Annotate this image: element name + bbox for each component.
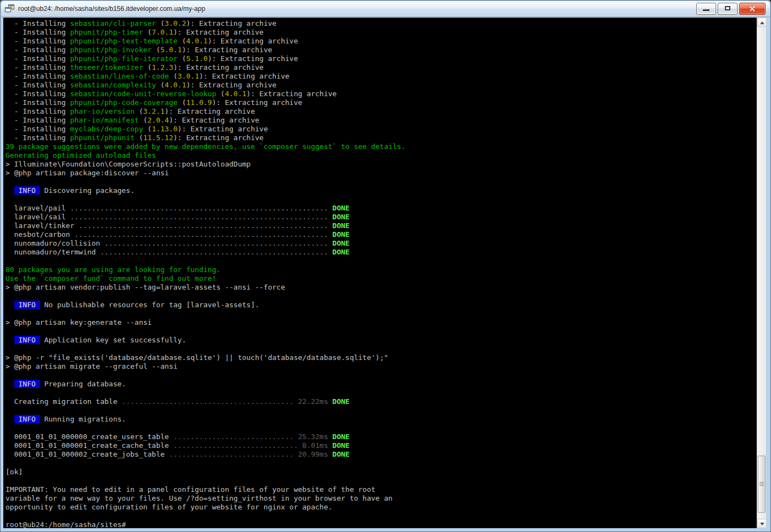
terminal-line: laravel/pail ...........................… — [5, 204, 757, 213]
scroll-up-icon — [760, 21, 764, 24]
terminal-line — [5, 327, 757, 336]
terminal-line: 0001_01_01_000000_create_users_table ...… — [5, 433, 757, 441]
terminal-line: - Installing theseer/tokenizer (1.2.3): … — [5, 63, 757, 72]
terminal-line: nesbot/carbon ..........................… — [5, 230, 757, 239]
terminal-line: - Installing sebastian/complexity (4.0.1… — [5, 81, 757, 90]
terminal-line — [5, 292, 757, 301]
terminal-line: laravel/tinker .........................… — [5, 221, 757, 230]
terminal-line: > @php artisan package:discover --ansi — [5, 169, 757, 178]
terminal-line: - Installing phpunit/phpunit (11.5.12): … — [5, 134, 757, 142]
terminal-line: - Installing phpunit/php-text-template (… — [5, 37, 757, 46]
terminal-line: - Installing phpunit/php-invoker (5.0.1)… — [5, 46, 757, 54]
terminal-line: - Installing phpunit/php-file-iterator (… — [5, 54, 757, 63]
terminal-line: [ok] — [5, 468, 757, 476]
window-title: root@ub24: /home/sasha/sites/b156.itdeve… — [18, 5, 696, 13]
terminal-line — [5, 257, 757, 265]
terminal-line: INFO Running migrations. — [5, 415, 757, 424]
terminal-line: INFO No publishable resources for tag [l… — [5, 301, 757, 309]
title-bar[interactable]: root@ub24: /home/sasha/sites/b156.itdeve… — [1, 1, 770, 17]
scrollbar-grip-icon — [759, 482, 764, 486]
close-button[interactable] — [739, 3, 766, 15]
terminal-line: Creating migration table ...............… — [5, 397, 757, 406]
terminal-line: - Installing phar-io/manifest (2.0.4): E… — [5, 116, 757, 125]
terminal-line: > Illuminate\Foundation\ComposerScripts:… — [5, 160, 757, 169]
terminal-line: variable for a new way to your files. Us… — [5, 494, 757, 503]
terminal-line: Generating optimized autoload files — [5, 151, 757, 160]
terminal-line — [5, 406, 757, 415]
terminal-line: INFO Preparing database. — [5, 380, 757, 389]
terminal-line: > @php artisan key:generate --ansi — [5, 318, 757, 327]
terminal-line — [5, 389, 757, 397]
terminal-line: INFO Discovering packages. — [5, 186, 757, 195]
terminal-line — [5, 476, 757, 485]
terminal-line — [5, 345, 757, 353]
terminal-line — [5, 195, 757, 204]
putty-icon[interactable] — [5, 4, 15, 13]
window-controls — [696, 3, 766, 15]
terminal-line: - Installing myclabs/deep-copy (1.13.0):… — [5, 125, 757, 134]
maximize-icon — [725, 6, 730, 10]
maximize-button[interactable] — [718, 3, 737, 15]
scroll-down-button[interactable] — [757, 519, 767, 528]
terminal-line: laravel/sail ...........................… — [5, 213, 757, 221]
terminal-line: - Installing phar-io/version (3.2.1): Ex… — [5, 107, 757, 116]
minimize-button[interactable] — [696, 3, 716, 15]
terminal-line: > @php artisan vendor:publish --tag=lara… — [5, 283, 757, 292]
terminal-line: 39 package suggestions were added by new… — [5, 142, 757, 151]
terminal-line: nunomaduro/collision ...................… — [5, 239, 757, 248]
terminal-line: - Installing sebastian/cli-parser (3.0.2… — [5, 19, 757, 28]
terminal-line — [5, 424, 757, 433]
terminal-line: opportunity to edit configuration files … — [5, 503, 757, 512]
terminal-line: - Installing sebastian/lines-of-code (3.… — [5, 72, 757, 81]
terminal-line: Use the `composer fund` command to find … — [5, 274, 757, 283]
close-icon — [748, 5, 756, 13]
terminal-line — [5, 459, 757, 468]
terminal-line: root@ub24:/home/sasha/sites# — [5, 520, 757, 528]
terminal-line: 0001_01_01_000001_create_cache_table ...… — [5, 441, 757, 450]
terminal-line — [5, 371, 757, 380]
scrollbar-thumb[interactable] — [758, 456, 766, 513]
scroll-down-icon — [760, 523, 764, 525]
terminal-line — [5, 309, 757, 318]
terminal-line: > @php artisan migrate --graceful --ansi — [5, 362, 757, 371]
terminal-line: 80 packages you are using are looking fo… — [5, 265, 757, 274]
scroll-up-button[interactable] — [757, 18, 767, 27]
terminal-line: - Installing phpunit/php-code-coverage (… — [5, 98, 757, 107]
terminal-output[interactable]: - Installing sebastian/cli-parser (3.0.2… — [3, 18, 757, 528]
scrollbar[interactable] — [757, 18, 766, 528]
terminal-line — [5, 512, 757, 520]
terminal-line: - Installing phpunit/php-timer (7.0.1): … — [5, 28, 757, 37]
terminal-line: nunomaduro/termwind ....................… — [5, 248, 757, 257]
putty-window: root@ub24: /home/sasha/sites/b156.itdeve… — [0, 0, 771, 532]
terminal-line: INFO Application key set successfully. — [5, 336, 757, 345]
terminal-line: > @php -r "file_exists('database/databas… — [5, 353, 757, 362]
terminal-line — [5, 178, 757, 186]
terminal-line: - Installing sebastian/code-unit-reverse… — [5, 90, 757, 98]
terminal-line: 0001_01_01_000002_create_jobs_table ....… — [5, 450, 757, 459]
minimize-icon — [703, 9, 709, 11]
terminal-line: IMPORTANT: You need to edit in a panel c… — [5, 485, 757, 494]
